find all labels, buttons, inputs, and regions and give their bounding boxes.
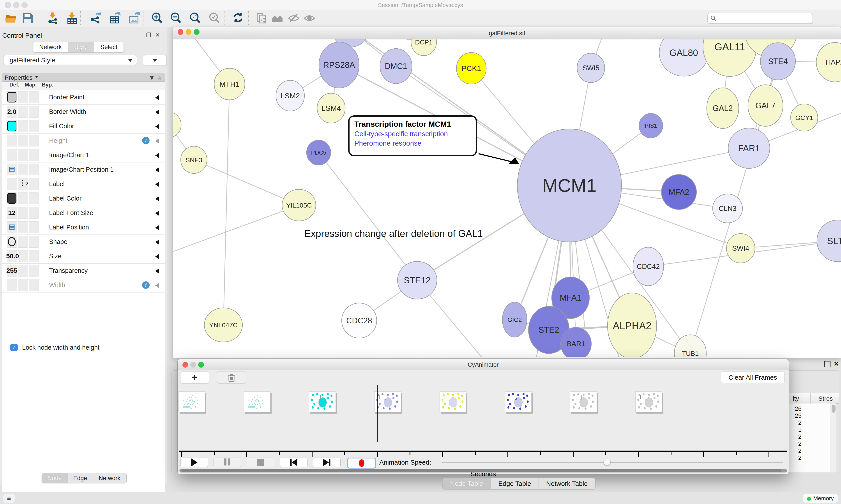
- style-options-button[interactable]: [143, 55, 167, 66]
- network-edge[interactable]: [194, 160, 299, 205]
- zoom-out-icon[interactable]: [169, 12, 182, 24]
- table-cell-value[interactable]: 26: [788, 405, 802, 412]
- def-cell[interactable]: [7, 134, 17, 146]
- default-value[interactable]: 50.0: [6, 249, 18, 264]
- map-cell[interactable]: [18, 91, 28, 103]
- map-cell[interactable]: [18, 221, 28, 233]
- map-cell[interactable]: [18, 279, 28, 291]
- home-views-icon[interactable]: [271, 12, 284, 24]
- tab-edge-table[interactable]: Edge Table: [491, 478, 539, 489]
- map-cell[interactable]: [18, 207, 28, 219]
- network-node-ste12[interactable]: STE12: [397, 262, 437, 299]
- network-node-lsm2[interactable]: LSM2: [276, 80, 304, 111]
- timeline-playhead[interactable]: [377, 385, 378, 442]
- frame-thumbnail-7[interactable]: [636, 392, 662, 412]
- map-cell[interactable]: [18, 164, 28, 175]
- network-node-rps28a[interactable]: RPS28A: [319, 42, 359, 88]
- map-cell[interactable]: [18, 134, 28, 146]
- tab-node-table[interactable]: Node Table: [443, 478, 491, 489]
- network-node-slt2[interactable]: SLT2: [817, 220, 841, 262]
- annotation-link[interactable]: Cell-type-specific transcription: [354, 130, 476, 138]
- expand-property-icon[interactable]: [155, 95, 159, 100]
- property-row-border-paint[interactable]: Border Paint: [2, 90, 165, 105]
- network-node-dcp1[interactable]: DCP1: [411, 39, 436, 56]
- position-icon[interactable]: [8, 167, 15, 172]
- save-icon[interactable]: [21, 12, 34, 24]
- timeline-scrollbar[interactable]: [179, 469, 787, 472]
- table-cell-value[interactable]: 2: [788, 454, 802, 461]
- style-tab-edge[interactable]: Edge: [68, 473, 93, 483]
- network-edge[interactable]: [173, 205, 299, 254]
- frame-thumbnail-2[interactable]: [309, 392, 336, 412]
- network-node-mfa2[interactable]: MFA2: [661, 175, 696, 210]
- zoom-fit-icon[interactable]: [189, 12, 201, 24]
- add-frame-button[interactable]: +: [180, 372, 209, 383]
- network-node-mth1[interactable]: MTH1: [214, 68, 245, 100]
- expand-property-icon[interactable]: [155, 240, 159, 245]
- network-node-cdc42[interactable]: CDC42: [633, 247, 664, 286]
- network-node-far1[interactable]: FAR1: [728, 128, 770, 168]
- frame-thumbnail-4[interactable]: [440, 392, 466, 412]
- delete-frame-button[interactable]: [217, 372, 246, 383]
- default-value[interactable]: 2.0: [6, 105, 18, 119]
- network-edge[interactable]: [223, 84, 230, 325]
- property-row-size[interactable]: 50.0Size: [2, 249, 165, 264]
- map-cell[interactable]: [18, 149, 28, 161]
- memory-button[interactable]: Memory: [803, 494, 838, 503]
- tab-network-table[interactable]: Network Table: [539, 478, 595, 489]
- expand-property-icon[interactable]: [155, 139, 159, 143]
- export-image-icon[interactable]: [128, 12, 141, 24]
- copy-view-icon[interactable]: [255, 12, 268, 24]
- network-canvas[interactable]: DCP1RPS28ADMC1PCK1SWI5GAL80GAL11STE4HAP2…: [173, 39, 841, 357]
- network-node-alpha2[interactable]: ALPHA2: [608, 293, 657, 357]
- network-node-lsm4[interactable]: LSM4: [317, 93, 345, 123]
- default-value[interactable]: 255: [6, 264, 18, 278]
- export-network-icon[interactable]: [89, 12, 102, 24]
- collapse-all-icon[interactable]: ⩓: [158, 74, 161, 81]
- map-cell[interactable]: [18, 265, 28, 276]
- play-button[interactable]: [180, 457, 208, 467]
- def-cell[interactable]: [7, 149, 17, 161]
- property-row-fill-color[interactable]: Fill Color: [2, 119, 165, 133]
- annotation-link[interactable]: Pheromone response: [354, 139, 476, 147]
- byp-cell[interactable]: [29, 178, 39, 190]
- color-swatch[interactable]: [7, 92, 16, 103]
- style-tab-node[interactable]: Node: [42, 473, 68, 483]
- import-network-icon[interactable]: [47, 12, 59, 24]
- frame-thumbnail-0[interactable]: [179, 392, 205, 412]
- network-node-cdc28[interactable]: CDC28: [342, 303, 377, 338]
- close-panel-icon[interactable]: ✕: [834, 360, 839, 367]
- zoom-in-icon[interactable]: [151, 12, 163, 24]
- property-row-border-width[interactable]: 2.0Border Width: [2, 105, 165, 119]
- style-tab-network[interactable]: Network: [93, 473, 126, 483]
- network-node-gal80[interactable]: GAL80: [659, 39, 708, 76]
- property-row-shape[interactable]: Shape: [2, 234, 165, 249]
- property-row-label-position[interactable]: Label Position: [2, 220, 165, 235]
- export-table-icon[interactable]: [109, 12, 121, 24]
- property-row-image-chart-1[interactable]: Image/Chart 1: [2, 148, 165, 162]
- checkbox-checked-icon[interactable]: ✓: [10, 344, 18, 351]
- property-row-label-color[interactable]: Label Color: [2, 191, 165, 206]
- column-divider[interactable]: [810, 393, 811, 403]
- expand-property-icon[interactable]: [155, 254, 159, 259]
- default-value[interactable]: 12: [6, 205, 18, 220]
- position-icon[interactable]: [8, 224, 15, 230]
- byp-cell[interactable]: [29, 221, 39, 233]
- network-node-swi4[interactable]: SWI4: [727, 234, 755, 263]
- network-edge[interactable]: [319, 152, 417, 280]
- network-node-snf3[interactable]: SNF3: [181, 146, 207, 174]
- skip-to-end-button[interactable]: [313, 457, 341, 467]
- cyanimator-titlebar[interactable]: CyAnimator: [178, 359, 789, 371]
- expand-property-icon[interactable]: [155, 269, 159, 273]
- record-button[interactable]: [347, 457, 376, 469]
- import-table-icon[interactable]: [66, 12, 78, 24]
- scrollbar-thumb[interactable]: [831, 405, 836, 413]
- ui-settings-button[interactable]: ≡: [3, 494, 15, 503]
- tab-network[interactable]: Network: [33, 42, 68, 52]
- network-node-mcm1[interactable]: MCM1: [517, 129, 622, 242]
- color-swatch[interactable]: [7, 193, 16, 204]
- map-cell[interactable]: [18, 106, 28, 118]
- network-node-pdc5[interactable]: PDC5: [307, 140, 331, 165]
- clear-all-frames-button[interactable]: Clear All Frames: [721, 372, 785, 383]
- show-details-icon[interactable]: [303, 12, 316, 24]
